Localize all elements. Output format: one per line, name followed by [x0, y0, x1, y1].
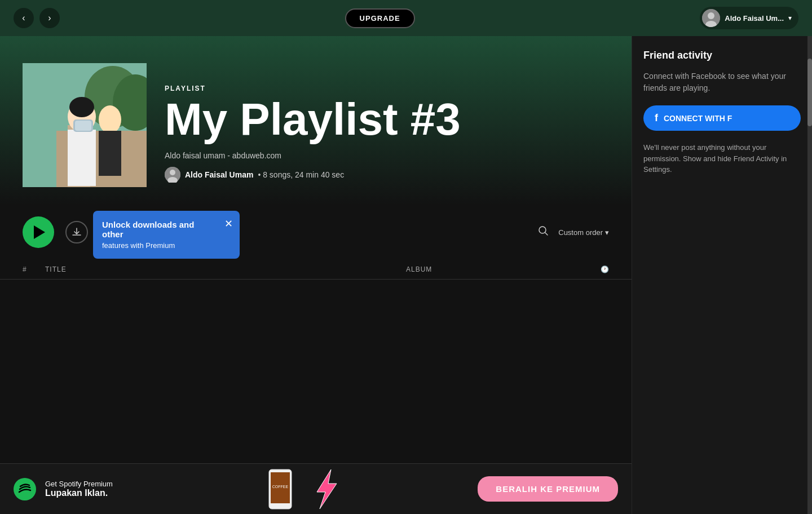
svg-point-14: [69, 97, 94, 117]
friend-activity-description: Connect with Facebook to see what your f…: [643, 70, 801, 94]
tooltip-subtitle: features with Premium: [102, 241, 217, 250]
facebook-icon: f: [655, 112, 658, 124]
hero-section: PLAYLIST My Playlist #3 Aldo faisal umam…: [0, 36, 632, 205]
user-area[interactable]: Aldo Faisal Um... ▾: [700, 7, 798, 29]
svg-point-1: [708, 12, 714, 19]
ad-phone-container: COFFEE: [131, 467, 469, 512]
sort-arrow-icon: ▾: [605, 228, 609, 237]
col-title: TITLE: [45, 265, 406, 273]
play-button[interactable]: [23, 216, 54, 248]
svg-text:COFFEE: COFFEE: [272, 485, 288, 489]
col-duration: 🕐: [575, 265, 609, 273]
play-icon: [34, 225, 45, 239]
hero-info: PLAYLIST My Playlist #3 Aldo faisal umam…: [165, 85, 609, 187]
svg-rect-13: [75, 121, 91, 131]
tooltip-popup: Unlock downloads and other features with…: [93, 211, 240, 259]
author-name: Aldo Faisal Umam: [185, 170, 253, 179]
forward-button[interactable]: ›: [39, 8, 60, 28]
playlist-title: My Playlist #3: [165, 97, 609, 142]
table-header: # TITLE ALBUM 🕐: [0, 259, 632, 280]
playlist-description: Aldo faisal umam - abduweb.com: [165, 151, 609, 160]
ad-content: Get Spotify Premium Lupakan Iklan.: [45, 480, 122, 498]
svg-marker-23: [317, 469, 337, 509]
download-button[interactable]: [65, 221, 88, 243]
friend-activity-title: Friend activity: [643, 50, 801, 61]
col-album: ALBUM: [406, 265, 575, 273]
tooltip-close-button[interactable]: ✕: [224, 218, 233, 230]
topbar: ‹ › UPGRADE Aldo Faisal Um... ▾: [0, 0, 812, 36]
dropdown-arrow-icon: ▾: [788, 14, 792, 22]
col-num: #: [23, 265, 45, 273]
main-layout: PLAYLIST My Playlist #3 Aldo faisal umam…: [0, 36, 812, 514]
svg-point-16: [170, 170, 175, 175]
connect-facebook-label: CONNECT WITH F: [664, 114, 732, 123]
playlist-stats: • 8 songs, 24 min 40 sec: [258, 170, 344, 179]
privacy-note: We'll never post anything without your p…: [643, 142, 801, 175]
scrollbar-track[interactable]: [807, 36, 812, 514]
premium-cta-button[interactable]: BERALIH KE PREMIUM: [478, 476, 618, 502]
ad-banner: Get Spotify Premium Lupakan Iklan. COFFE…: [0, 463, 632, 514]
svg-point-8: [99, 105, 121, 134]
playlist-label: PLAYLIST: [165, 85, 609, 92]
author-avatar: [165, 167, 180, 183]
tooltip-title: Unlock downloads and other: [102, 220, 217, 239]
spotify-logo: [14, 478, 36, 500]
sort-select[interactable]: Custom order ▾: [558, 228, 609, 237]
connect-facebook-button[interactable]: f CONNECT WITH F: [643, 105, 801, 131]
search-button[interactable]: [538, 225, 549, 240]
upgrade-button[interactable]: UPGRADE: [345, 8, 415, 28]
svg-point-18: [539, 227, 546, 233]
get-premium-label: Get Spotify Premium: [45, 480, 113, 488]
svg-rect-9: [99, 131, 121, 176]
ad-tagline: Lupakan Iklan.: [45, 488, 122, 498]
nav-buttons: ‹ ›: [14, 8, 60, 28]
content-area: PLAYLIST My Playlist #3 Aldo faisal umam…: [0, 36, 632, 514]
playlist-meta: Aldo Faisal Umam • 8 songs, 24 min 40 se…: [165, 167, 609, 183]
scrollbar-thumb: [807, 59, 812, 126]
sort-label: Custom order: [558, 228, 603, 237]
back-button[interactable]: ‹: [14, 8, 34, 28]
controls-section: ••• Custom order ▾ Unlock downloads and …: [0, 205, 632, 259]
svg-rect-11: [68, 130, 96, 186]
user-name: Aldo Faisal Um...: [725, 14, 784, 23]
controls-right: Custom order ▾: [538, 225, 609, 240]
topbar-center: UPGRADE: [60, 8, 700, 28]
avatar: [702, 9, 720, 27]
playlist-cover-image: [23, 63, 147, 187]
right-panel: Friend activity Connect with Facebook to…: [632, 36, 812, 514]
